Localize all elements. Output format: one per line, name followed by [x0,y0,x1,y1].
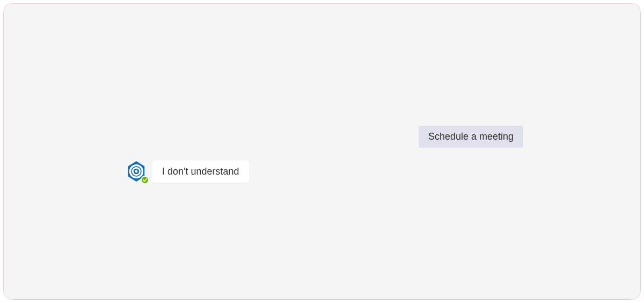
bot-message-text: I don't understand [162,166,239,177]
bot-avatar[interactable] [125,160,148,183]
svg-point-3 [135,170,138,173]
chat-container: Schedule a meeting I don't understand [3,3,641,300]
bot-message-row: I don't understand [125,160,249,183]
bot-message-bubble[interactable]: I don't understand [152,161,249,183]
user-message-bubble[interactable]: Schedule a meeting [419,126,523,148]
presence-available-icon [141,176,149,184]
user-message-text: Schedule a meeting [428,131,514,142]
